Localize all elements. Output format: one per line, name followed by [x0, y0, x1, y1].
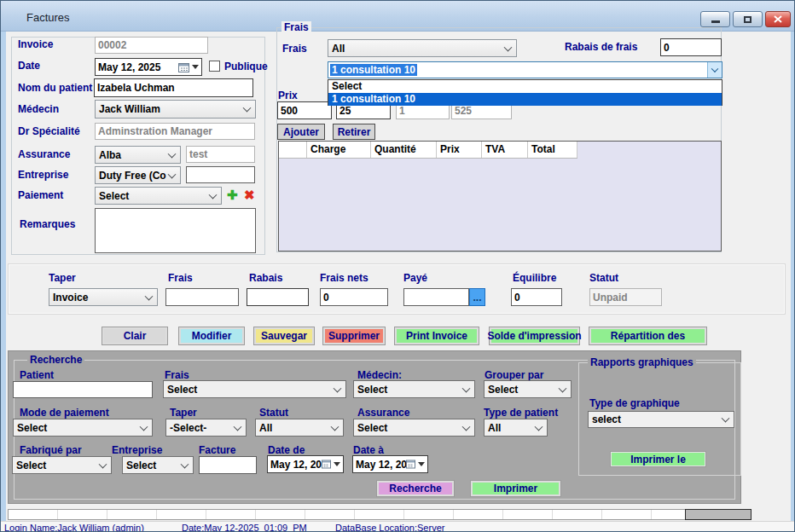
minimize-button[interactable]	[700, 11, 730, 27]
assurance-label: Assurance	[18, 148, 70, 160]
search-frais-select[interactable]: Select	[163, 380, 346, 398]
column-header-selector	[279, 142, 307, 158]
grouper-par-select[interactable]: Select	[484, 380, 572, 398]
repartition-button[interactable]: Répartition des	[589, 327, 707, 345]
column-header-quantite: Quantité	[371, 142, 437, 158]
type-patient-label: Type de patient	[484, 407, 558, 419]
search-taper-label: Taper	[170, 407, 197, 419]
column-header-total: Total	[528, 142, 577, 158]
bottom-grid-scroll-block	[685, 509, 751, 520]
delete-payment-icon[interactable]: ✖	[244, 188, 255, 201]
paiement-label: Paiement	[18, 189, 63, 201]
search-entreprise-select[interactable]: Select	[122, 456, 194, 474]
search-assurance-label: Assurance	[357, 407, 409, 419]
assurance-note-field[interactable]: test	[186, 146, 255, 163]
type-patient-select[interactable]: All	[484, 419, 548, 437]
date-picker[interactable]: May 12, 2025	[95, 58, 202, 76]
publique-checkbox[interactable]	[209, 61, 220, 72]
totals-frais-field[interactable]	[165, 288, 239, 306]
imprimer-le-button[interactable]: Imprimer le	[610, 451, 706, 467]
paye-field[interactable]	[403, 288, 469, 306]
prix-label: Prix	[278, 90, 298, 101]
charge-combobox[interactable]: 1 consultation 10	[328, 61, 722, 78]
date-a-picker[interactable]: May 12, 2025	[352, 455, 428, 473]
date-de-picker[interactable]: May 12, 2025	[267, 455, 344, 473]
frais-filter-select[interactable]: All	[328, 39, 517, 57]
close-icon	[774, 15, 782, 23]
maximize-icon	[744, 16, 751, 23]
frais-nets-field[interactable]: 0	[320, 288, 388, 306]
facture-input[interactable]	[199, 456, 257, 474]
entreprise-note-field[interactable]	[186, 166, 255, 183]
taper-label: Taper	[49, 272, 76, 284]
search-statut-select[interactable]: All	[255, 419, 344, 437]
recherche-group-title: Recherche	[27, 354, 84, 366]
column-header-prix: Prix	[437, 142, 482, 158]
date-picker-value: May 12, 2025	[98, 61, 178, 73]
fabrique-par-label: Fabriqué par	[20, 444, 82, 456]
paye-browse-button[interactable]: ...	[469, 288, 485, 306]
date-label: Date	[18, 60, 40, 72]
charge-combobox-dropdown-button[interactable]	[707, 62, 722, 78]
modifier-button[interactable]: Modifier	[178, 327, 245, 345]
medecin-select[interactable]: Jack William	[95, 100, 256, 119]
totals-rabais-field[interactable]	[247, 288, 309, 306]
search-taper-select[interactable]: -Select-	[165, 419, 247, 437]
charges-table[interactable]: Charge Quantité Prix TVA Total	[278, 141, 722, 252]
mode-paiement-label: Mode de paiement	[20, 407, 109, 419]
retirer-button[interactable]: Retirer	[333, 124, 375, 140]
invoice-field[interactable]: 00002	[95, 37, 208, 54]
imprimer-button[interactable]: Imprimer	[470, 480, 561, 497]
grouper-par-label: Grouper par	[485, 369, 543, 381]
recherche-button[interactable]: Recherche	[376, 480, 455, 497]
taper-select[interactable]: Invoice	[49, 288, 158, 306]
dropdown-item-consultation[interactable]: 1 consultation 10	[328, 93, 722, 106]
type-graphique-select[interactable]: select	[588, 411, 734, 428]
prix-field[interactable]: 500	[277, 101, 332, 119]
clair-button[interactable]: Clair	[102, 327, 168, 345]
totals-frais-label: Frais	[168, 272, 193, 284]
type-graphique-label: Type de graphique	[589, 397, 680, 409]
minimize-icon	[711, 20, 720, 23]
statut-label: Statut	[589, 272, 618, 284]
frais-group-title: Frais	[281, 21, 311, 33]
entreprise-select[interactable]: Duty Free (Co	[95, 166, 181, 184]
date-dropdown-arrow-icon	[418, 462, 425, 466]
ajouter-button[interactable]: Ajouter	[277, 124, 325, 140]
charges-table-header: Charge Quantité Prix TVA Total	[279, 142, 577, 159]
window-title: Factures	[26, 11, 70, 24]
specialite-label: Dr Spécialité	[18, 125, 80, 137]
column-header-charge: Charge	[307, 142, 371, 158]
date-a-value: May 12, 2025	[356, 459, 406, 471]
add-payment-icon[interactable]: ✚	[227, 188, 238, 201]
search-patient-input[interactable]	[13, 381, 153, 398]
statut-field[interactable]: Unpaid	[589, 288, 662, 306]
dropdown-item-select[interactable]: Select	[328, 80, 722, 93]
search-assurance-select[interactable]: Select	[353, 419, 475, 437]
close-button[interactable]	[765, 11, 791, 27]
charge-combobox-value: 1 consultation 10	[330, 64, 417, 76]
calendar-icon	[178, 62, 189, 72]
paiement-select[interactable]: Select	[95, 187, 222, 205]
assurance-select[interactable]: Alba	[95, 146, 181, 164]
status-database: DataBase Location:Server	[335, 523, 444, 532]
search-frais-label: Frais	[165, 369, 189, 381]
date-de-label: Date de	[268, 444, 305, 456]
print-invoice-button[interactable]: Print Invoice	[394, 327, 479, 345]
rabais-de-frais-field[interactable]: 0	[660, 38, 722, 56]
search-patient-label: Patient	[20, 369, 54, 381]
supprimer-button[interactable]: Supprimer	[322, 327, 386, 345]
mode-paiement-select[interactable]: Select	[13, 419, 153, 437]
remarques-textarea[interactable]	[95, 208, 256, 253]
solde-impression-button[interactable]: Solde d'impression	[489, 327, 580, 345]
date-dropdown-arrow-icon	[334, 462, 340, 466]
bottom-grid-strip	[8, 509, 751, 520]
sauvegar-button[interactable]: Sauvegar	[253, 327, 315, 345]
search-medecin-select[interactable]: Select	[353, 380, 475, 398]
fabrique-par-select[interactable]: Select	[12, 456, 112, 474]
maximize-button[interactable]	[733, 11, 763, 27]
specialite-field[interactable]: Adminstration Manager	[95, 123, 255, 140]
search-entreprise-label: Entreprise	[112, 444, 162, 456]
equilibre-field[interactable]: 0	[511, 288, 562, 306]
patient-name-field[interactable]: Izabela Uchman	[94, 78, 253, 97]
